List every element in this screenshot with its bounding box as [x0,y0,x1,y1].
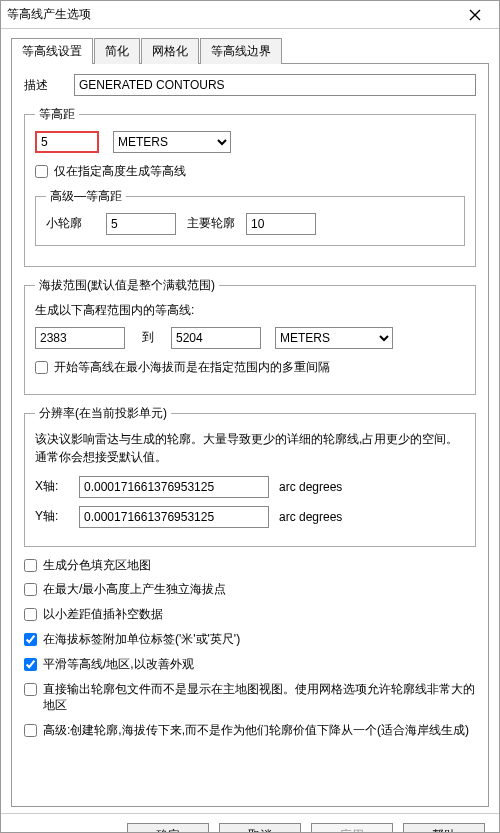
opt-unit-label-row[interactable]: 在海拔标签附加单位标签('米'或'英尺') [24,631,476,648]
titlebar: 等高线产生选项 [1,1,499,29]
opt-advanced-coast-row[interactable]: 高级:创建轮廓,海拔传下来,而不是作为他们轮廓价值下降从一个(适合海岸线生成) [24,722,476,739]
range-min-input[interactable] [35,327,125,349]
resolution-legend: 分辨率(在当前投影单元) [35,405,171,422]
range-max-input[interactable] [171,327,261,349]
adv-interval-fieldset: 高级—等高距 小轮廓 主要轮廓 [35,188,465,246]
interval-unit-select[interactable]: METERS [113,131,231,153]
range-to-label: 到 [125,329,171,346]
start-at-min-row[interactable]: 开始等高线在最小海拔而是在指定范围内的多重间隔 [35,359,465,376]
only-heights-checkbox-row[interactable]: 仅在指定高度生成等高线 [35,163,465,180]
tab-contour-bounds[interactable]: 等高线边界 [200,38,282,64]
opt-smooth-checkbox[interactable] [24,658,37,671]
window-title: 等高线产生选项 [7,6,457,23]
opt-interpolate-checkbox[interactable] [24,608,37,621]
opt-export-package-row[interactable]: 直接输出轮廓包文件而不是显示在主地图视图。使用网格选项允许轮廓线非常大的地区 [24,681,476,715]
button-bar: 确定 取消 应用 帮助 [1,813,499,833]
major-input[interactable] [246,213,316,235]
description-input[interactable] [74,74,476,96]
tab-gridding[interactable]: 网格化 [141,38,199,64]
opt-advanced-coast-checkbox[interactable] [24,724,37,737]
tab-strip: 等高线设置 简化 网格化 等高线边界 [11,37,489,63]
interval-input[interactable] [35,131,99,153]
opt-export-package-checkbox[interactable] [24,683,37,696]
resolution-note: 该决议影响雷达与生成的轮廓。大量导致更少的详细的轮廓线,占用更少的空间。通常你会… [35,430,465,466]
description-label: 描述 [24,77,74,94]
opt-color-fill-row[interactable]: 生成分色填充区地图 [24,557,476,574]
apply-button[interactable]: 应用 [311,823,393,834]
y-axis-label: Y轴: [35,508,79,525]
range-subtitle: 生成以下高程范围内的等高线: [35,302,465,319]
opt-unit-label-checkbox[interactable] [24,633,37,646]
range-unit-select[interactable]: METERS [275,327,393,349]
x-axis-unit: arc degrees [279,480,342,494]
y-axis-input[interactable] [79,506,269,528]
adv-interval-legend: 高级—等高距 [46,188,126,205]
opt-interpolate-row[interactable]: 以小差距值插补空数据 [24,606,476,623]
opt-color-fill-checkbox[interactable] [24,559,37,572]
only-heights-checkbox[interactable] [35,165,48,178]
close-button[interactable] [457,4,493,26]
help-button[interactable]: 帮助 [403,823,485,834]
tab-pane: 描述 等高距 METERS 仅在指定高度生成等高线 高级—等高距 小轮廓 主要轮… [11,63,489,807]
ok-button[interactable]: 确定 [127,823,209,834]
tab-simplify[interactable]: 简化 [94,38,140,64]
opt-peak-points-checkbox[interactable] [24,583,37,596]
x-axis-label: X轴: [35,478,79,495]
interval-legend: 等高距 [35,106,79,123]
start-at-min-checkbox[interactable] [35,361,48,374]
x-axis-input[interactable] [79,476,269,498]
opt-peak-points-row[interactable]: 在最大/最小高度上产生独立海拔点 [24,581,476,598]
minor-input[interactable] [106,213,176,235]
range-legend: 海拔范围(默认值是整个满载范围) [35,277,219,294]
tab-contour-settings[interactable]: 等高线设置 [11,38,93,64]
cancel-button[interactable]: 取消 [219,823,301,834]
opt-smooth-row[interactable]: 平滑等高线/地区,以改善外观 [24,656,476,673]
resolution-fieldset: 分辨率(在当前投影单元) 该决议影响雷达与生成的轮廓。大量导致更少的详细的轮廓线… [24,405,476,547]
interval-fieldset: 等高距 METERS 仅在指定高度生成等高线 高级—等高距 小轮廓 主要轮廓 [24,106,476,267]
range-fieldset: 海拔范围(默认值是整个满载范围) 生成以下高程范围内的等高线: 到 METERS… [24,277,476,395]
major-label: 主要轮廓 [176,215,246,232]
close-icon [469,9,481,21]
y-axis-unit: arc degrees [279,510,342,524]
minor-label: 小轮廓 [46,215,106,232]
